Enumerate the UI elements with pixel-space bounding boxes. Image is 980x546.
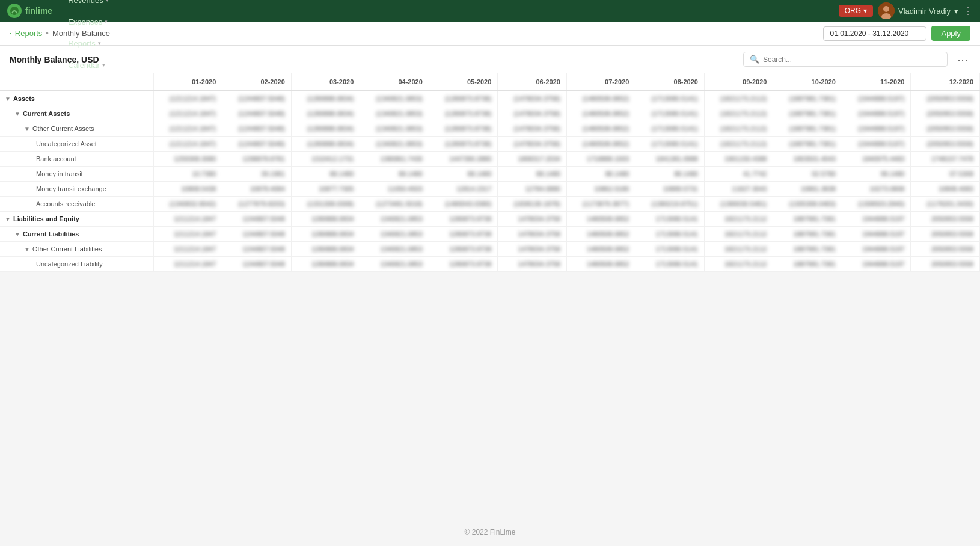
cell-value: 1944888.5197 [842,212,911,227]
row-label: Bank account [0,152,153,167]
cell-value: 88.1480 [360,167,429,182]
nav-menu: MainTransactions▾Revenues▾Expenses▾Repor… [62,0,124,76]
date-filter: Apply [823,26,970,41]
apply-button[interactable]: Apply [931,26,970,41]
col-header-month: 04-2020 [360,73,429,91]
cell-value: 39.1981 [222,167,292,182]
col-header-month: 05-2020 [429,73,498,91]
search-input[interactable] [763,55,941,64]
cell-value: 10808.4083 [911,182,980,197]
logo-text: finlime [25,6,52,16]
cell-value: 1340821.0853 [360,257,429,272]
row-label-text: Other Current Liabilities [32,245,102,253]
toggle-icon[interactable]: ▼ [14,111,20,117]
cell-value: 11827.3043 [704,182,773,197]
cell-value: (1887981.7381) [773,106,842,121]
org-label: ORG [845,7,861,15]
toggle-icon[interactable]: ▼ [24,126,30,132]
user-chevron-icon: ▾ [954,7,958,16]
cell-value: (1480508.0852) [566,106,635,121]
cell-value: (1308503.2840) [842,197,911,212]
table-more-button[interactable]: ⋯ [955,53,970,66]
avatar [878,2,895,19]
toggle-icon[interactable]: ▼ [5,96,11,102]
cell-value: (1478034.3758) [498,136,567,152]
cell-value: 11050.4503 [360,182,429,197]
row-label: ▼Assets [0,91,153,106]
toggle-icon[interactable]: ▼ [14,231,20,238]
table-row: Accounts receivable(1340832.8042)(127787… [0,197,980,212]
cell-value: (1478034.3758) [498,121,567,136]
cell-value: 1280873.8738 [429,227,498,242]
logo-icon [7,4,22,18]
cell-value: (1380219.8751) [635,197,705,212]
cell-value: 1713080.5141 [635,257,705,272]
chevron-down-icon: ▾ [106,0,109,3]
cell-value: 2050953.5558 [911,257,980,272]
cell-value: (1280888.0834) [291,121,360,136]
cell-value: (1280888.0834) [291,136,360,152]
cell-value: (1944888.5197) [842,91,911,106]
row-label-text: Bank account [36,155,76,162]
cell-value: 1280888.0834 [291,212,360,227]
cell-value: 2050953.5558 [911,212,980,227]
cell-value: 41.7742 [704,167,773,182]
breadcrumb: • Reports • Monthly Balance [10,29,110,38]
cell-value: (1944888.5197) [842,136,911,152]
logo[interactable]: finlime [7,4,52,18]
cell-value: 1821173.2112 [704,212,773,227]
cell-value: 88.1480 [635,167,705,182]
cell-value: 1280888.0834 [291,227,360,242]
cell-value: 1478034.3758 [498,227,567,242]
chevron-down-icon: ▾ [102,62,105,68]
cell-value: 10862.0180 [566,182,635,197]
cell-value: 1340821.0853 [360,212,429,227]
cell-value: 2050953.5558 [911,227,980,242]
cell-value: (1944888.5197) [842,121,911,136]
toggle-icon[interactable]: ▼ [24,246,30,253]
user-menu-button[interactable]: Vladimir Vradiy ▾ [878,2,958,19]
cell-value: (1821173.2112) [704,136,773,152]
cell-value: (1480508.0852) [566,91,635,106]
cell-value: 99.1480 [842,167,911,182]
cell-value: (1280873.8738) [429,121,498,136]
breadcrumb-current: Monthly Balance [52,29,110,38]
table-row: Money transit exchange10808.543810878.40… [0,182,980,197]
col-header-month: 12-2020 [911,73,980,91]
cell-value: (1380030.5481) [704,197,773,212]
row-label: Uncategorized Liability [0,257,153,272]
cell-value: 88.1480 [498,167,567,182]
table-row: Uncategorized Liability1211214.184712448… [0,257,980,272]
row-label-text: Uncategorized Liability [36,260,103,268]
row-label: ▼Current Assets [0,106,153,121]
more-options-icon[interactable]: ⋮ [963,5,973,17]
nav-item-revenues[interactable]: Revenues▾ [62,0,124,11]
table-row: ▼Assets(1211214.1847)(1244807.5048)(1280… [0,91,980,106]
cell-value: (1244807.5048) [222,136,292,152]
cell-value: 1211214.1847 [153,212,222,227]
date-range-input[interactable] [823,26,926,41]
cell-value: 1887981.7381 [773,227,842,242]
cell-value: 1901150.4388 [704,152,773,167]
breadcrumb-reports-link[interactable]: Reports [15,29,43,38]
toggle-icon[interactable]: ▼ [5,216,11,222]
cell-value: 1280888.0834 [291,257,360,272]
org-button[interactable]: ORG ▾ [839,5,873,17]
cell-value: 1480508.0852 [566,242,635,257]
row-label-text: Assets [13,95,35,102]
cell-value: 1480508.0852 [566,212,635,227]
cell-value: 1713080.5141 [635,212,705,227]
cell-value: 1244807.5048 [222,257,292,272]
cell-value: (1244807.5048) [222,91,292,106]
cell-value: 1447390.2880 [429,152,498,167]
cell-value: (1211214.1847) [153,121,222,136]
table-row: ▼Other Current Liabilities1211214.184712… [0,242,980,257]
cell-value: 1718888.1003 [566,152,635,167]
row-label-text: Money in transit [36,170,83,177]
cell-value: (1331308.0308) [291,197,360,212]
cell-value: 1211214.1847 [153,257,222,272]
row-label: Money in transit [0,167,153,182]
cell-value: (1480508.0852) [566,121,635,136]
cell-value: (1944888.5197) [842,106,911,121]
search-icon: 🔍 [750,55,759,64]
